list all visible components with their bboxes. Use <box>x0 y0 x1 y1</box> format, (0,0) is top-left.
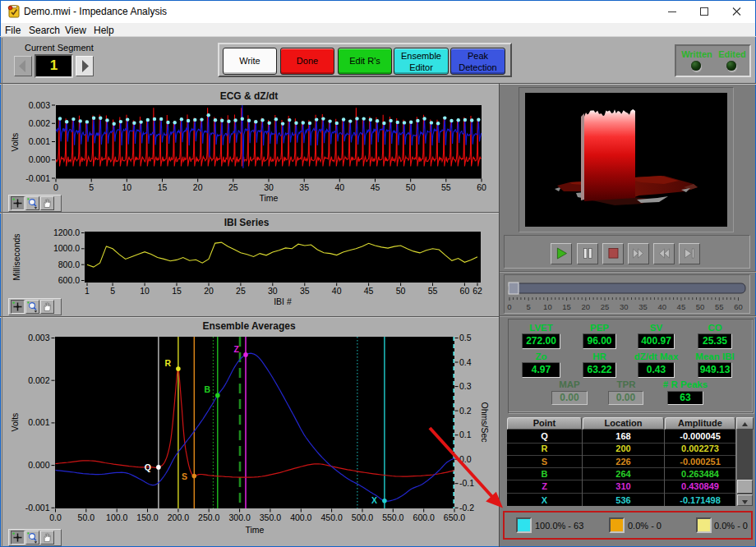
svg-text:30: 30 <box>620 302 629 311</box>
svg-text:0.3: 0.3 <box>459 381 472 391</box>
svg-text:40: 40 <box>657 302 666 311</box>
svg-text:15: 15 <box>172 286 182 296</box>
svg-text:R: R <box>164 358 171 368</box>
svg-text:0.002: 0.002 <box>28 375 49 385</box>
svg-text:300.0: 300.0 <box>228 513 250 522</box>
svg-text:60: 60 <box>734 302 743 311</box>
svg-text:550.0: 550.0 <box>382 513 403 522</box>
svg-text:10: 10 <box>122 182 131 192</box>
svg-text:Time: Time <box>260 193 279 203</box>
svg-text:1000.0: 1000.0 <box>53 243 80 253</box>
svg-text:IBI #: IBI # <box>274 296 292 306</box>
svg-text:X: X <box>371 495 377 505</box>
svg-text:20: 20 <box>204 286 214 296</box>
svg-text:-0.001: -0.001 <box>25 173 50 183</box>
svg-text:25: 25 <box>228 182 238 192</box>
svg-text:5: 5 <box>527 302 531 311</box>
svg-text:650.0: 650.0 <box>444 513 465 522</box>
svg-text:IBI Series: IBI Series <box>224 217 270 228</box>
svg-text:0.000: 0.000 <box>29 154 50 164</box>
svg-text:60: 60 <box>460 286 470 296</box>
svg-text:20: 20 <box>193 182 203 192</box>
svg-text:55: 55 <box>441 182 451 192</box>
svg-text:45: 45 <box>371 182 380 192</box>
svg-text:20: 20 <box>582 302 591 311</box>
svg-text:0.0: 0.0 <box>49 513 62 522</box>
svg-text:Z: Z <box>234 344 240 354</box>
svg-text:600.0: 600.0 <box>413 513 435 522</box>
svg-text:Milliseconds: Milliseconds <box>12 233 21 280</box>
svg-text:30: 30 <box>268 286 278 296</box>
svg-text:-0.001: -0.001 <box>25 503 50 513</box>
svg-text:0.003: 0.003 <box>29 100 50 110</box>
svg-text:ECG & dZ/dt: ECG & dZ/dt <box>220 90 279 102</box>
svg-text:50: 50 <box>406 182 416 192</box>
svg-text:1: 1 <box>85 286 90 296</box>
svg-text:Time: Time <box>246 525 265 535</box>
svg-text:0.1: 0.1 <box>459 430 472 439</box>
svg-text:250.0: 250.0 <box>198 513 219 522</box>
svg-text:5: 5 <box>89 182 94 192</box>
svg-text:0.001: 0.001 <box>29 136 50 146</box>
svg-text:0.001: 0.001 <box>28 417 49 427</box>
svg-text:55: 55 <box>428 286 438 296</box>
svg-text:B: B <box>204 384 210 394</box>
svg-text:500.0: 500.0 <box>352 513 373 522</box>
svg-text:5: 5 <box>110 286 115 296</box>
svg-text:S: S <box>182 471 187 481</box>
svg-text:35: 35 <box>299 182 309 192</box>
svg-text:0.003: 0.003 <box>28 333 49 342</box>
svg-text:0.2: 0.2 <box>459 406 472 416</box>
svg-text:350.0: 350.0 <box>260 513 281 522</box>
svg-text:55: 55 <box>715 302 724 311</box>
svg-text:0: 0 <box>53 182 58 192</box>
svg-text:62: 62 <box>472 286 482 296</box>
svg-text:Ohms/Sec: Ohms/Sec <box>480 402 490 442</box>
svg-text:0.5: 0.5 <box>459 333 472 342</box>
svg-text:50: 50 <box>396 286 406 296</box>
svg-text:Ensemble Averages: Ensemble Averages <box>202 320 295 332</box>
svg-text:800.0: 800.0 <box>58 260 80 269</box>
svg-text:10: 10 <box>543 302 552 311</box>
svg-text:25: 25 <box>236 286 246 296</box>
svg-text:45: 45 <box>364 286 374 296</box>
svg-text:1200.0: 1200.0 <box>53 228 80 237</box>
svg-text:0.002: 0.002 <box>29 118 50 128</box>
svg-text:25: 25 <box>601 302 610 311</box>
svg-text:35: 35 <box>300 286 310 296</box>
svg-text:0: 0 <box>507 302 511 311</box>
svg-text:60: 60 <box>477 182 486 192</box>
svg-text:Volts: Volts <box>10 133 20 152</box>
svg-text:15: 15 <box>158 182 168 192</box>
svg-text:-0.2: -0.2 <box>459 503 474 513</box>
svg-text:Volts: Volts <box>10 413 20 432</box>
svg-text:0.4: 0.4 <box>459 357 472 367</box>
svg-text:50.0: 50.0 <box>78 513 95 522</box>
svg-text:-0.1: -0.1 <box>459 478 474 488</box>
svg-text:600.0: 600.0 <box>58 275 80 285</box>
svg-text:15: 15 <box>562 302 571 311</box>
svg-text:45: 45 <box>677 302 686 311</box>
svg-text:35: 35 <box>638 302 648 311</box>
svg-text:100.0: 100.0 <box>106 513 127 522</box>
svg-text:50: 50 <box>696 302 705 311</box>
svg-text:30: 30 <box>264 182 274 192</box>
svg-text:10: 10 <box>140 286 150 296</box>
svg-text:200.0: 200.0 <box>168 513 189 522</box>
svg-text:0.0: 0.0 <box>459 454 472 464</box>
svg-text:0.000: 0.000 <box>28 460 49 470</box>
svg-text:40: 40 <box>334 182 344 192</box>
svg-text:Q: Q <box>145 462 151 472</box>
svg-text:150.0: 150.0 <box>136 513 158 522</box>
svg-text:450.0: 450.0 <box>320 513 342 522</box>
svg-text:40: 40 <box>332 286 342 296</box>
svg-text:400.0: 400.0 <box>290 513 311 522</box>
